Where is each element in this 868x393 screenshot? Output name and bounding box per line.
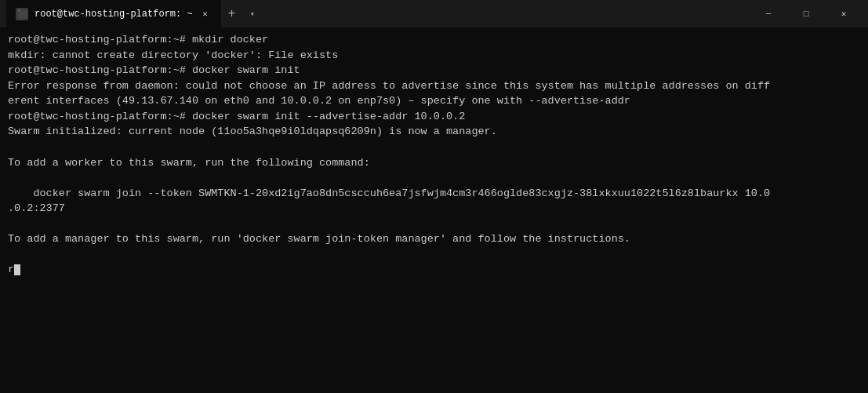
prompt-text: r (8, 264, 14, 275)
tab-label: root@twc-hosting-platform: ~ (35, 9, 193, 20)
terminal-line: root@twc-hosting-platform:~# docker swar… (8, 64, 300, 76)
terminal-output-line: To add a worker to this swarm, run the f… (8, 157, 370, 169)
tab-area: ⬛ root@twc-hosting-platform: ~ ✕ + ▾ (6, 0, 747, 27)
terminal-output-line: mkdir: cannot create directory 'docker':… (8, 49, 338, 61)
prompt-text: root@twc-hosting-platform:~# (8, 111, 192, 122)
terminal-output-line: Swarm initialized: current node (11oo5a3… (8, 126, 497, 137)
dropdown-button[interactable]: ▾ (243, 5, 262, 24)
tab-close-icon[interactable]: ✕ (199, 8, 212, 20)
prompt-text: root@twc-hosting-platform:~# (8, 34, 192, 45)
terminal-body[interactable]: root@twc-hosting-platform:~# mkdir docke… (0, 27, 868, 393)
command-text: mkdir docker (192, 34, 268, 45)
close-button[interactable]: ✕ (826, 0, 862, 27)
terminal-line: root@twc-hosting-platform:~# docker swar… (8, 111, 465, 122)
terminal-output-line: Error response from daemon: could not ch… (8, 80, 770, 107)
terminal-output-line: docker swarm join --token SWMTKN-1-20xd2… (8, 187, 770, 215)
minimize-button[interactable]: ─ (750, 0, 786, 27)
maximize-button[interactable]: □ (788, 0, 824, 27)
terminal-icon: ⬛ (16, 8, 28, 20)
terminal-line: r (8, 264, 20, 275)
title-bar: ⬛ root@twc-hosting-platform: ~ ✕ + ▾ ─ □… (0, 0, 868, 27)
new-tab-button[interactable]: + (221, 3, 243, 25)
prompt-text: root@twc-hosting-platform:~# (8, 64, 192, 76)
window-controls: ─ □ ✕ (750, 0, 862, 27)
command-text: docker swarm init (192, 64, 300, 76)
terminal-output-line: To add a manager to this swarm, run 'doc… (8, 233, 630, 245)
command-text: docker swarm init --advertise-addr 10.0.… (192, 111, 465, 122)
cursor-block (14, 264, 20, 275)
active-tab[interactable]: ⬛ root@twc-hosting-platform: ~ ✕ (6, 0, 221, 27)
terminal-line: root@twc-hosting-platform:~# mkdir docke… (8, 34, 268, 45)
